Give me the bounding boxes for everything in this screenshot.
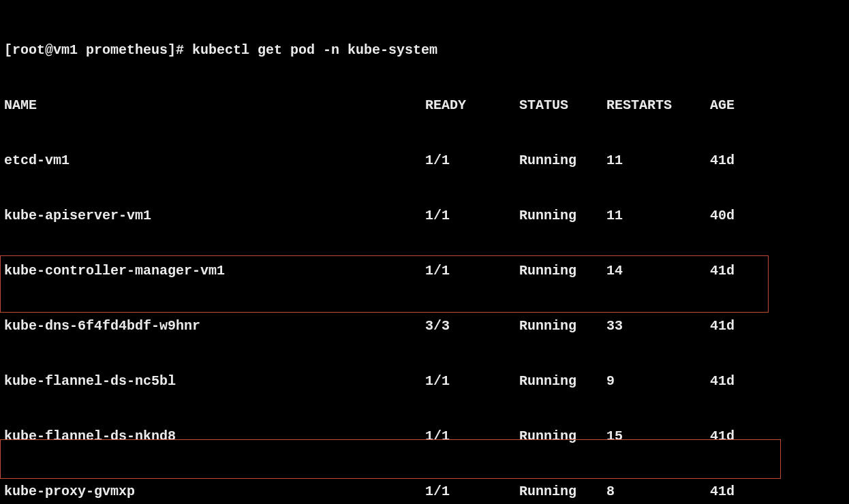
- pod-age: 41d: [710, 427, 735, 445]
- pod-ready: 1/1: [425, 372, 519, 390]
- table-row: kube-proxy-gvmxp1/1Running841d: [4, 482, 848, 501]
- pod-ready: 1/1: [425, 262, 519, 280]
- pod-restarts: 33: [606, 317, 710, 335]
- pod-header-ready: READY: [425, 96, 519, 114]
- pod-ready: 3/3: [425, 317, 519, 335]
- pod-name: etcd-vm1: [4, 151, 425, 170]
- pod-header-status: STATUS: [519, 96, 606, 114]
- pod-age: 41d: [710, 482, 735, 501]
- pod-status: Running: [519, 427, 606, 445]
- pod-status: Running: [519, 262, 606, 280]
- pod-restarts: 15: [606, 427, 710, 445]
- pod-name: kube-proxy-gvmxp: [4, 482, 425, 501]
- pod-status: Running: [519, 482, 606, 501]
- pod-name: kube-flannel-ds-nknd8: [4, 427, 425, 445]
- pod-header-name: NAME: [4, 96, 425, 114]
- pod-ready: 1/1: [425, 427, 519, 445]
- table-row: kube-controller-manager-vm11/1Running144…: [4, 262, 848, 280]
- pod-age: 41d: [710, 151, 735, 170]
- pod-name: kube-apiserver-vm1: [4, 206, 425, 225]
- pod-status: Running: [519, 317, 606, 335]
- shell-command: kubectl get pod -n kube-system: [192, 42, 437, 58]
- command-line-1: [root@vm1 prometheus]# kubectl get pod -…: [4, 41, 848, 59]
- pod-restarts: 11: [606, 206, 710, 225]
- pod-status: Running: [519, 151, 606, 170]
- pod-age: 40d: [710, 206, 735, 225]
- pod-restarts: 8: [606, 482, 710, 501]
- table-row: etcd-vm11/1Running1141d: [4, 151, 848, 170]
- table-row: kube-flannel-ds-nknd81/1Running1541d: [4, 427, 848, 445]
- pod-header-restarts: RESTARTS: [606, 96, 710, 114]
- pod-ready: 1/1: [425, 206, 519, 225]
- pod-status: Running: [519, 206, 606, 225]
- pod-name: kube-dns-6f4fd4bdf-w9hnr: [4, 317, 425, 335]
- pod-ready: 1/1: [425, 482, 519, 501]
- table-row: kube-apiserver-vm11/1Running1140d: [4, 206, 848, 225]
- pod-ready: 1/1: [425, 151, 519, 170]
- pod-name: kube-controller-manager-vm1: [4, 262, 425, 280]
- pod-restarts: 9: [606, 372, 710, 390]
- pod-restarts: 14: [606, 262, 710, 280]
- pod-age: 41d: [710, 262, 735, 280]
- terminal-window[interactable]: [root@vm1 prometheus]# kubectl get pod -…: [0, 0, 849, 504]
- table-row: kube-flannel-ds-nc5bl1/1Running941d: [4, 372, 848, 390]
- pod-header-row: NAMEREADYSTATUSRESTARTSAGE: [4, 96, 848, 114]
- pod-header-age: AGE: [710, 96, 735, 114]
- pod-restarts: 11: [606, 151, 710, 170]
- pod-status: Running: [519, 372, 606, 390]
- pod-age: 41d: [710, 372, 735, 390]
- pod-age: 41d: [710, 317, 735, 335]
- table-row: kube-dns-6f4fd4bdf-w9hnr3/3Running3341d: [4, 317, 848, 335]
- pod-name: kube-flannel-ds-nc5bl: [4, 372, 425, 390]
- shell-prompt: [root@vm1 prometheus]#: [4, 42, 192, 58]
